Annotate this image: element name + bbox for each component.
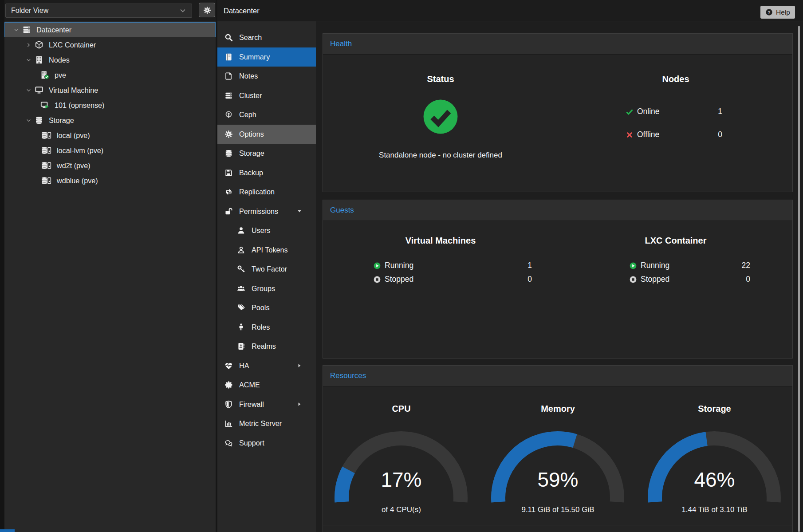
menu-item-replication[interactable]: Replication [217,182,316,202]
menu-item-groups[interactable]: Groups [217,279,316,299]
menu-item-realms[interactable]: Realms [217,337,316,356]
tree-item-datacenter[interactable]: Datacenter [4,22,216,37]
tree-item-local-pve[interactable]: local (pve) [4,128,216,143]
chevron-down-icon [295,208,304,214]
datacenter-menu: SearchSummaryNotesClusterCephOptionsStor… [217,21,316,532]
menu-item-metric-server[interactable]: Metric Server [217,414,316,433]
menu-item-label: Support [239,439,264,447]
menu-item-label: Realms [252,342,276,351]
chevron-right-icon [295,401,304,407]
resources-panel-title: Resources [330,371,366,380]
storage-disk-icon [39,146,53,155]
stopped-icon [373,276,381,284]
check-icon [626,108,634,116]
pools-icon [236,303,246,312]
tree-item-nodes[interactable]: Nodes [4,52,216,67]
stat-value: 0 [527,275,532,284]
stat-label: Running [641,261,669,270]
tree-item-wdblue-pve[interactable]: wdblue (pve) [4,173,216,188]
help-button-label: Help [776,8,790,16]
stat-label: Running [385,261,413,270]
menu-item-label: Notes [239,72,258,80]
tree-item-label: LXC Container [49,41,96,49]
resource-title: Memory [480,404,636,414]
menu-item-ceph[interactable]: Ceph [217,105,316,125]
tree-item-101-opnsense[interactable]: 101 (opnsense) [4,98,216,113]
tree-item-label: 101 (opnsense) [55,101,105,110]
help-icon: ? [765,8,773,16]
summary-icon [224,53,233,61]
menu-item-label: Replication [239,188,275,196]
view-mode-select[interactable]: Folder View [5,4,192,18]
health-panel-body: Status Standalone node - no cluster defi… [323,55,792,193]
two-factor-icon [236,265,246,273]
resource-gauge-cpu: CPU17%of 4 CPU(s) [323,386,480,532]
nodes-title: Nodes [558,74,793,84]
tree-item-label: Storage [49,116,74,125]
tree-item-lxc-container[interactable]: LXC Container [4,37,216,52]
menu-item-permissions[interactable]: Permissions [217,202,316,221]
view-settings-button[interactable] [199,3,215,17]
stat-value: 0 [746,275,750,284]
tree-item-label: local-lvm (pve) [57,146,103,155]
tree-item-local-lvm-pve[interactable]: local-lvm (pve) [4,143,216,158]
stat-row-running: Running1 [373,261,532,270]
menu-item-storage[interactable]: Storage [217,144,316,163]
stat-row-offline: Offline0 [626,130,722,139]
menu-item-label: ACME [239,381,260,389]
menu-item-label: HA [239,362,249,370]
tree-item-storage[interactable]: Storage [4,113,216,128]
health-panel-title: Health [330,39,352,48]
stat-row-online: Online1 [626,107,722,116]
menu-list: SearchSummaryNotesClusterCephOptionsStor… [217,21,316,453]
chevron-down-icon[interactable] [178,6,187,15]
menu-item-backup[interactable]: Backup [217,163,316,183]
menu-item-acme[interactable]: ACME [217,375,316,395]
menu-item-options[interactable]: Options [217,125,316,144]
menu-item-cluster[interactable]: Cluster [217,86,316,106]
gauge-percent: 17% [323,467,480,492]
main-content: Health Status Standalone node - no clust… [316,21,803,532]
metric-icon [224,419,233,428]
window-edge [0,0,4,532]
status-column: Status Standalone node - no cluster defi… [323,55,558,193]
menu-item-roles[interactable]: Roles [217,318,316,337]
menu-item-support[interactable]: Support [217,433,316,453]
tree-item-virtual-machine[interactable]: Virtual Machine [4,83,216,98]
storage-icon [224,149,233,158]
menu-item-summary[interactable]: Summary [217,47,316,67]
running-icon [373,262,381,270]
stat-label: Stopped [385,275,413,284]
menu-item-ha[interactable]: HA [217,356,316,376]
stat-row-stopped: Stopped0 [629,275,750,284]
menu-item-users[interactable]: Users [217,221,316,240]
gear-icon [224,130,233,138]
tree-item-label: wd2t (pve) [57,162,91,170]
resource-tree-panel: DatacenterLXC ContainerNodespveVirtual M… [4,21,216,532]
storage-disk-icon [39,161,53,170]
menu-item-label: Options [239,130,264,138]
menu-item-api-tokens[interactable]: API Tokens [217,240,316,260]
menu-item-notes[interactable]: Notes [217,67,316,86]
svg-text:?: ? [768,10,771,15]
stat-label: Stopped [641,275,669,284]
menu-item-firewall[interactable]: Firewall [217,395,316,414]
node-online-icon [39,71,51,79]
top-bar: Folder View Datacenter ? Help [0,0,803,21]
tree-item-pve[interactable]: pve [4,67,216,83]
vertical-scrollbar[interactable] [798,26,800,532]
help-button[interactable]: ? Help [760,6,795,19]
support-icon [224,439,233,447]
menu-item-search[interactable]: Search [217,28,316,47]
menu-item-label: Cluster [239,91,262,100]
menu-item-pools[interactable]: Pools [217,298,316,318]
menu-item-two-factor[interactable]: Two Factor [217,260,316,279]
menu-item-label: Permissions [239,207,278,216]
container-icon [33,40,45,49]
menu-item-label: Search [239,33,262,42]
tree-item-wd2t-pve[interactable]: wd2t (pve) [4,158,216,173]
node-icon [33,55,45,64]
stat-value: 1 [527,261,532,270]
tree-item-label: wdblue (pve) [57,177,98,185]
stat-value: 0 [718,130,722,139]
